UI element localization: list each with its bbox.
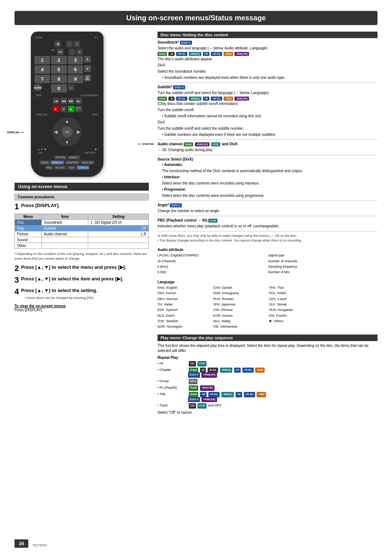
page: Using on-screen menus/Status message DVD…	[0, 0, 392, 555]
main-title: Using on-screen menus/Status message	[15, 11, 377, 25]
lang-pol: POL: Polish	[269, 291, 322, 296]
ch-down-btn[interactable]: ∨	[76, 49, 83, 55]
osd-menu-picture: Picture	[15, 231, 42, 237]
ok-btn[interactable]: Ok	[62, 126, 73, 137]
sub-badge-plus-r: +R	[203, 97, 209, 101]
skip-fwd-btn[interactable]: ▶|	[75, 98, 82, 104]
step-1-num: 1	[15, 203, 19, 211]
btn-0[interactable]: 0	[51, 84, 67, 93]
lang-kor: KOR: Korean	[213, 313, 266, 318]
ss-interlace-label: Interlace:	[162, 175, 377, 180]
pause-btn[interactable]: ⏸	[60, 106, 67, 112]
angle-badge: DVD-V	[170, 203, 182, 207]
lang-nor: NOR: Norwegian	[158, 324, 211, 329]
nav-label-left: ▲,▼,◀	[37, 148, 46, 151]
status-btn[interactable]: STATUS	[77, 166, 89, 170]
down-btn[interactable]: ▼	[65, 140, 69, 145]
soundtrack-title: Soundtrack* DVD-V	[158, 40, 377, 45]
dash-btn[interactable]: -/--	[68, 84, 74, 91]
remote-container: DVD TV ⏻ + ∧ AV	[15, 32, 149, 177]
badge-r-dl: +R DL	[176, 52, 187, 56]
ch-down2[interactable]: ∨	[84, 65, 91, 72]
rep-group-mp3: MP3	[189, 379, 197, 384]
skip-back-btn[interactable]: |◀	[53, 98, 59, 104]
osd-setting-audio: L R	[88, 231, 149, 237]
vol-down-btn[interactable]: -	[69, 49, 75, 55]
rep-all-vcd: VCD	[197, 361, 207, 366]
status-pointer: — STATUS	[138, 142, 154, 146]
step-2: 2 Press [▲, ▼] to select the menu and pr…	[15, 264, 149, 272]
page-number: 26	[15, 539, 28, 548]
soundtrack-section: Soundtrack* DVD-V Select the audio and l…	[158, 40, 377, 80]
ff-btn[interactable]: ▶▶	[68, 98, 74, 104]
guide-btn[interactable]: GUIDE	[34, 84, 41, 91]
disc-menu-title: Disc menu–Setting the disc content	[158, 32, 377, 38]
badge-rw-vr: -RW(VR)	[234, 52, 249, 56]
play-btn[interactable]: ▶	[68, 106, 74, 112]
btn-5[interactable]: 5	[51, 65, 67, 74]
vol-up-btn[interactable]: +	[66, 41, 73, 47]
rec-btn[interactable]: REC	[45, 166, 53, 170]
ch-up2[interactable]: ∧	[84, 56, 91, 62]
power-btn[interactable]: ⏻	[54, 41, 61, 47]
lang-fra: FRA: French	[158, 291, 211, 296]
option-btn[interactable]: OPTION	[54, 155, 67, 159]
soundtrack-badge: DVD-V	[180, 41, 192, 45]
ok-small-btn[interactable]: OK	[57, 49, 64, 55]
left-btn[interactable]: ◀	[54, 129, 57, 134]
rep-pl-ram: RAM	[189, 385, 198, 391]
skip-label: SKIP	[36, 94, 42, 97]
stop-btn[interactable]: ■	[53, 106, 59, 112]
chapter-btn[interactable]: CHAPTER	[65, 161, 80, 165]
display-btn[interactable]: DISPLAY	[50, 161, 64, 165]
left-column: DVD TV ⏻ + ∧ AV	[15, 32, 149, 420]
step-3-num: 3	[15, 276, 19, 284]
step-4-num: 4	[15, 288, 19, 296]
aa-val-1: Signal type	[268, 253, 377, 258]
repeat-pl-label: • PL (Playlist)	[158, 385, 187, 390]
lang-jpn: JPN: Japanese	[213, 302, 266, 307]
input-select[interactable]: IN SEL	[84, 75, 91, 81]
rew-btn[interactable]: ◀◀	[60, 98, 67, 104]
aa-label-4: b (bit):	[158, 270, 267, 275]
osd-row-sound: Sound	[15, 237, 149, 243]
lang-deu: DEU: German	[158, 296, 211, 301]
subtitle-desc1: Turn the subtitle on/off and select the …	[158, 90, 377, 96]
rep-title-plusrw: +RW	[257, 392, 266, 397]
doc-number: RQT9053	[33, 543, 47, 547]
maual-btn[interactable]: MAUL/AP	[81, 161, 95, 165]
audo-btn[interactable]: AUDO	[40, 161, 50, 165]
lang-esp: ESP: Spanish	[158, 307, 211, 312]
subtitle-badge: DVD-V	[173, 85, 185, 89]
pbc-title: PBC (Playback control → 50) VCD	[158, 218, 377, 223]
to-clear-label: To clear the on-screen menus	[15, 304, 66, 308]
play-vs-btn[interactable]: PLAY v/s	[75, 106, 82, 112]
lang-slk: SLK: Slovak	[269, 302, 322, 307]
btn-3[interactable]: 3	[68, 56, 83, 64]
tv-label: TV	[95, 36, 98, 39]
ch-up-btn[interactable]: ∧	[74, 41, 80, 47]
rep-ch-plusr: +R	[234, 368, 241, 373]
btn-1[interactable]: 1	[34, 56, 50, 64]
direct-btn[interactable]: DIRECT	[68, 155, 80, 159]
sub-badge-rw-v: -RW(V)	[189, 97, 201, 101]
audio-channel-desc: → 20. Changing audio during play	[158, 147, 377, 153]
btn-9[interactable]: 9	[68, 75, 83, 83]
right-btn[interactable]: ▶	[77, 129, 80, 134]
rep-ch-dvdv: DVD-V	[188, 372, 200, 378]
btn-2[interactable]: 2	[51, 56, 67, 64]
ss-automatic-label: Automatic:	[162, 162, 377, 167]
up-btn[interactable]: ▲	[65, 119, 69, 124]
step-4: 4 Press [▲, ▼] to select the setting. • …	[15, 288, 149, 300]
audio-attribute-table: LPCM/□□Digital/DTS/MPEG:Signal type ch (…	[158, 253, 377, 275]
sub-badge-r-dl: +R DL	[176, 97, 187, 101]
fdrive-btn[interactable]: F.Drv	[67, 166, 76, 170]
pbc-badge: VCD	[208, 219, 217, 223]
btn-4[interactable]: 4	[34, 65, 50, 74]
source-select-title: Source Select (DivX)	[158, 157, 377, 161]
angle-title: Angle* DVD-V	[158, 203, 377, 207]
rcvol-btn[interactable]: RC VOL	[54, 166, 66, 170]
btn-7[interactable]: 7	[34, 75, 50, 83]
btn-6[interactable]: 6	[68, 65, 83, 74]
btn-8[interactable]: 8	[51, 75, 67, 83]
